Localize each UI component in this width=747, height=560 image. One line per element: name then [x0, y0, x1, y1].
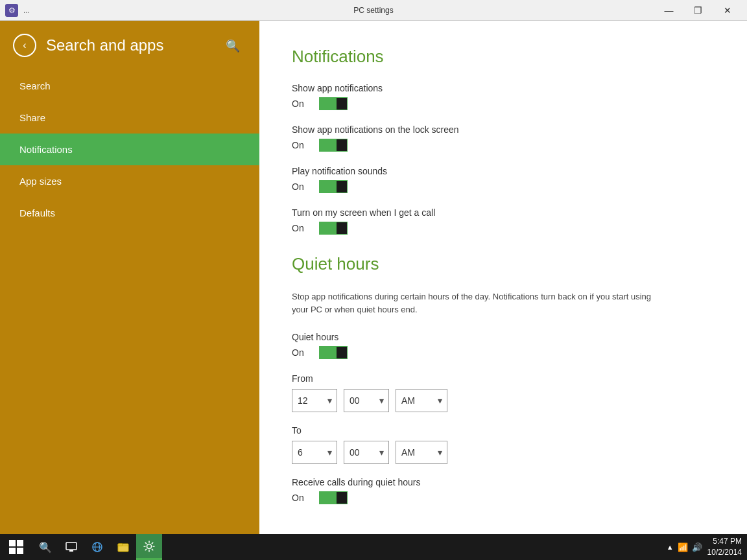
back-button[interactable]: ‹ — [13, 34, 36, 57]
show-on-lock-screen-setting: Show app notifications on the lock scree… — [292, 124, 715, 152]
sidebar-item-defaults[interactable]: Defaults — [0, 197, 259, 229]
title-bar-left: ⚙ ... — [5, 4, 30, 17]
show-on-lock-screen-toggle-row: On — [292, 139, 715, 152]
play-sounds-setting: Play notification sounds On — [292, 166, 715, 193]
taskbar-tray: ▲ 📶 🔊 — [661, 542, 707, 552]
taskbar-date: 10/2/2014 — [707, 547, 742, 558]
from-label: From — [292, 373, 715, 384]
app-icon: ⚙ — [5, 4, 18, 17]
sidebar-item-share[interactable]: Share — [0, 102, 259, 134]
turn-on-screen-value: On — [292, 223, 311, 233]
taskbar-settings-icon[interactable] — [136, 534, 162, 560]
taskbar-clock[interactable]: 5:47 PM 10/2/2014 — [707, 536, 747, 558]
sidebar-nav: Search Share Notifications App sizes Def… — [0, 70, 259, 560]
to-label: To — [292, 425, 715, 436]
show-app-notifications-value: On — [292, 99, 311, 109]
sidebar-item-notifications[interactable]: Notifications — [0, 134, 259, 165]
notifications-section-title: Notifications — [292, 47, 715, 67]
tray-volume-icon: 🔊 — [692, 542, 702, 552]
to-row: To 12123 4567 891011 00153045 AMP — [292, 425, 715, 464]
sidebar-item-app-sizes[interactable]: App sizes — [0, 165, 259, 197]
turn-on-screen-label: Turn on my screen when I get a call — [292, 207, 715, 218]
show-on-lock-screen-toggle[interactable] — [319, 139, 348, 152]
quiet-hours-toggle-label: Quiet hours — [292, 332, 715, 342]
to-period-select[interactable]: AMPM — [396, 441, 447, 464]
play-sounds-toggle[interactable] — [319, 180, 348, 193]
svg-rect-1 — [69, 550, 73, 552]
show-on-lock-screen-label: Show app notifications on the lock scree… — [292, 124, 715, 135]
to-hour-wrapper: 12123 4567 891011 — [292, 441, 337, 464]
sidebar: ‹ Search and apps 🔍 Search Share Notific… — [0, 21, 259, 560]
show-app-notifications-toggle-row: On — [292, 97, 715, 110]
quiet-hours-toggle[interactable] — [319, 346, 348, 359]
toggle-thumb-2 — [337, 139, 347, 151]
quiet-hours-description: Stop app notifications during certain ho… — [292, 290, 668, 316]
from-row: From 12123 4567 891011 00153045 A — [292, 373, 715, 412]
play-sounds-value: On — [292, 181, 311, 192]
from-time-selects: 12123 4567 891011 00153045 AMPM — [292, 389, 715, 412]
quiet-hours-toggle-row: On — [292, 346, 715, 359]
sidebar-header: ‹ Search and apps 🔍 — [0, 21, 259, 70]
window-title: PC settings — [353, 6, 393, 15]
sidebar-title: Search and apps — [46, 36, 216, 54]
show-app-notifications-toggle[interactable] — [319, 97, 348, 110]
toggle-thumb-4 — [337, 222, 347, 234]
toggle-thumb-3 — [337, 181, 347, 192]
from-period-select[interactable]: AMPM — [396, 389, 447, 412]
svg-rect-0 — [66, 542, 77, 550]
main-layout: ‹ Search and apps 🔍 Search Share Notific… — [0, 21, 747, 560]
show-app-notifications-label: Show app notifications — [292, 83, 715, 93]
quiet-hours-value: On — [292, 347, 311, 358]
tray-network-icon: 📶 — [678, 542, 688, 552]
from-minute-select[interactable]: 00153045 — [344, 389, 389, 412]
to-minute-wrapper: 00153045 — [344, 441, 389, 464]
receive-calls-value: On — [292, 493, 311, 503]
svg-rect-6 — [118, 544, 123, 546]
taskbar-file-explorer-icon[interactable] — [110, 534, 136, 560]
title-bar: ⚙ ... PC settings — ❐ ✕ — [0, 0, 747, 21]
turn-on-screen-toggle[interactable] — [319, 222, 348, 235]
quiet-hours-toggle-setting: Quiet hours On — [292, 332, 715, 359]
close-button[interactable]: ✕ — [713, 0, 742, 21]
taskbar-time: 5:47 PM — [707, 536, 742, 547]
receive-calls-setting: Receive calls during quiet hours On — [292, 477, 715, 504]
receive-calls-toggle[interactable] — [319, 491, 348, 504]
turn-on-screen-setting: Turn on my screen when I get a call On — [292, 207, 715, 235]
to-time-selects: 12123 4567 891011 00153045 AMPM — [292, 441, 715, 464]
taskbar-search-button[interactable]: 🔍 — [32, 534, 58, 560]
tray-arrow[interactable]: ▲ — [667, 543, 674, 551]
title-bar-dots: ... — [23, 6, 30, 15]
taskbar: 🔍 ▲ 📶 🔊 5:47 PM — [0, 534, 747, 560]
from-hour-select[interactable]: 12123 4567 891011 — [292, 389, 337, 412]
taskbar-ie-icon[interactable] — [84, 534, 110, 560]
sidebar-search-icon[interactable]: 🔍 — [226, 39, 240, 53]
to-minute-select[interactable]: 00153045 — [344, 441, 389, 464]
quiet-hours-section-title: Quiet hours — [292, 254, 715, 274]
maximize-button[interactable]: ❐ — [683, 0, 713, 21]
play-sounds-label: Play notification sounds — [292, 166, 715, 176]
windows-logo-icon — [9, 540, 23, 554]
receive-calls-toggle-row: On — [292, 491, 715, 504]
from-hour-wrapper: 12123 4567 891011 — [292, 389, 337, 412]
toggle-thumb-5 — [337, 347, 347, 358]
toggle-thumb-6 — [337, 492, 347, 504]
from-minute-wrapper: 00153045 — [344, 389, 389, 412]
from-period-wrapper: AMPM — [396, 389, 447, 412]
play-sounds-toggle-row: On — [292, 180, 715, 193]
receive-calls-label: Receive calls during quiet hours — [292, 477, 715, 487]
to-hour-select[interactable]: 12123 4567 891011 — [292, 441, 337, 464]
taskbar-multitask-icon[interactable] — [58, 534, 84, 560]
toggle-thumb — [337, 98, 347, 110]
start-button[interactable] — [0, 534, 32, 560]
window-controls: — ❐ ✕ — [654, 0, 742, 21]
content-area: Notifications Show app notifications On … — [259, 21, 747, 560]
minimize-button[interactable]: — — [654, 0, 683, 21]
sidebar-item-search[interactable]: Search — [0, 70, 259, 102]
turn-on-screen-toggle-row: On — [292, 222, 715, 235]
show-on-lock-screen-value: On — [292, 140, 311, 150]
show-app-notifications-setting: Show app notifications On — [292, 83, 715, 110]
to-period-wrapper: AMPM — [396, 441, 447, 464]
